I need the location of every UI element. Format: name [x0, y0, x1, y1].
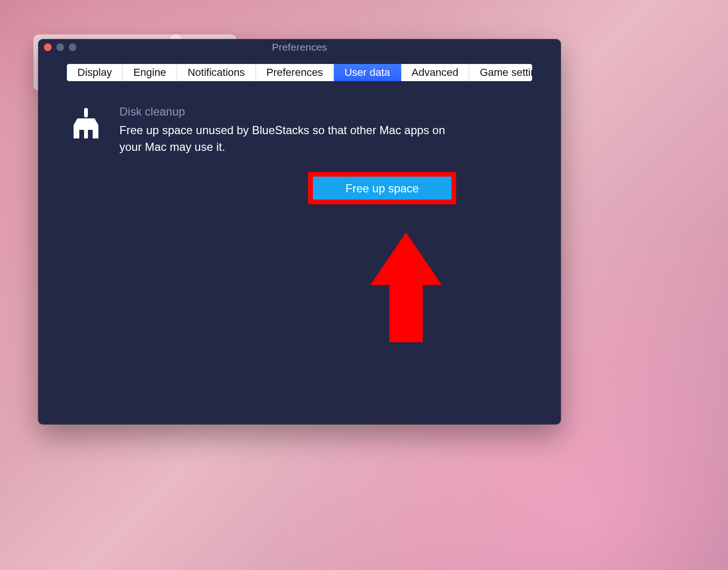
broom-icon — [68, 105, 104, 141]
window-title: Preferences — [272, 42, 327, 53]
disk-cleanup-description: Free up space unused by BlueStacks so th… — [119, 122, 463, 156]
window-controls — [44, 43, 76, 51]
tab-engine[interactable]: Engine — [123, 64, 177, 81]
free-up-space-button[interactable]: Free up space — [313, 177, 451, 200]
tab-game-settings[interactable]: Game settings — [469, 64, 532, 81]
tab-user-data[interactable]: User data — [334, 64, 401, 81]
desktop-background: Preferences Display Engine Notifications… — [0, 0, 728, 570]
svg-marker-1 — [370, 232, 442, 342]
close-icon[interactable] — [44, 43, 52, 51]
tab-display[interactable]: Display — [67, 64, 123, 81]
annotation-arrow-up-icon — [370, 232, 442, 357]
minimize-icon[interactable] — [56, 43, 64, 51]
maximize-icon[interactable] — [69, 43, 76, 51]
tab-content: Disk cleanup Free up space unused by Blu… — [38, 81, 561, 228]
tab-preferences[interactable]: Preferences — [256, 64, 334, 81]
disk-cleanup-title: Disk cleanup — [119, 105, 532, 118]
preferences-window: Preferences Display Engine Notifications… — [38, 39, 561, 424]
tab-advanced[interactable]: Advanced — [401, 64, 470, 81]
tab-bar: Display Engine Notifications Preferences… — [67, 64, 532, 81]
tab-notifications[interactable]: Notifications — [177, 64, 256, 81]
window-titlebar: Preferences — [38, 39, 561, 55]
svg-rect-0 — [84, 108, 88, 117]
annotation-highlight: Free up space — [308, 172, 456, 204]
